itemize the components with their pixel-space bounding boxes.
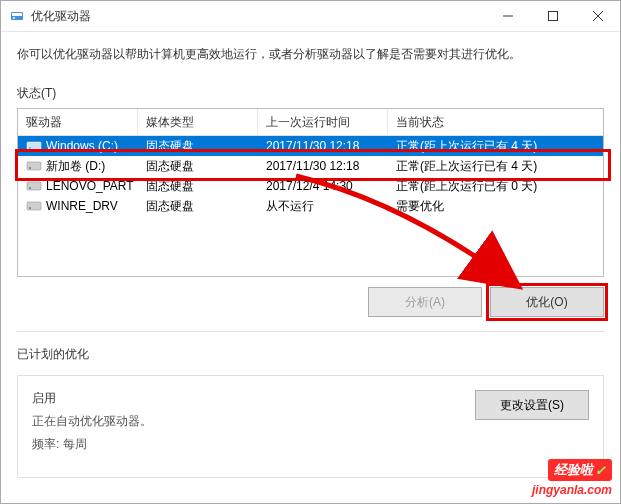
drive-last: 2017/12/4 14:30 [258,179,388,193]
col-drive[interactable]: 驱动器 [18,109,138,135]
titlebar: 优化驱动器 [1,1,620,32]
drives-table-body: Windows (C:) 固态硬盘 2017/11/30 12:18 正常(距上… [17,136,604,277]
svg-rect-13 [27,202,41,210]
watermark: 经验啦 ✓ jingyanla.com [532,459,612,497]
svg-point-2 [13,17,15,19]
drive-name: LENOVO_PART [46,179,134,193]
check-icon: ✓ [595,463,606,478]
col-media[interactable]: 媒体类型 [138,109,258,135]
drive-media: 固态硬盘 [138,158,258,175]
scheduled-label: 已计划的优化 [17,346,604,363]
table-row[interactable]: 新加卷 (D:) 固态硬盘 2017/11/30 12:18 正常(距上次运行已… [18,156,603,176]
optimize-drives-window: 优化驱动器 你可以优化驱动器以帮助计算机更高效地运行，或者分析驱动器以了解是否需… [0,0,621,504]
action-buttons: 分析(A) 优化(O) [17,277,604,332]
maximize-button[interactable] [530,1,575,31]
drive-last: 2017/11/30 12:18 [258,139,388,153]
drive-name: Windows (C:) [46,139,118,153]
col-current[interactable]: 当前状态 [388,109,603,135]
close-button[interactable] [575,1,620,31]
svg-rect-11 [27,182,41,190]
drive-last: 从不运行 [258,198,388,215]
status-label: 状态(T) [17,85,604,102]
drive-icon [26,140,42,152]
content-area: 你可以优化驱动器以帮助计算机更高效地运行，或者分析驱动器以了解是否需要对其进行优… [1,32,620,503]
svg-rect-9 [27,162,41,170]
description-text: 你可以优化驱动器以帮助计算机更高效地运行，或者分析驱动器以了解是否需要对其进行优… [17,46,604,63]
svg-point-10 [29,167,31,169]
drive-name: WINRE_DRV [46,199,118,213]
scheduled-freq: 频率: 每周 [32,436,589,453]
watermark-brand: 经验啦 ✓ [548,459,612,481]
drive-media: 固态硬盘 [138,138,258,155]
svg-rect-1 [12,13,22,16]
svg-rect-7 [27,142,41,150]
svg-point-14 [29,207,31,209]
minimize-button[interactable] [485,1,530,31]
drive-last: 2017/11/30 12:18 [258,159,388,173]
optimize-button[interactable]: 优化(O) [490,287,604,317]
svg-point-12 [29,187,31,189]
svg-point-8 [29,147,31,149]
drive-status: 正常(距上次运行已有 4 天) [388,158,603,175]
analyze-button: 分析(A) [368,287,482,317]
scheduled-box: 启用 正在自动优化驱动器。 频率: 每周 更改设置(S) [17,375,604,478]
col-last-run[interactable]: 上一次运行时间 [258,109,388,135]
svg-rect-4 [548,12,557,21]
drive-icon [26,180,42,192]
drive-icon [26,200,42,212]
drive-icon [26,160,42,172]
drive-status: 正常(距上次运行已有 4 天) [388,138,603,155]
table-row[interactable]: WINRE_DRV 固态硬盘 从不运行 需要优化 [18,196,603,216]
drive-media: 固态硬盘 [138,198,258,215]
drives-table-header: 驱动器 媒体类型 上一次运行时间 当前状态 [17,108,604,136]
drive-name: 新加卷 (D:) [46,158,105,175]
watermark-url: jingyanla.com [532,483,612,497]
table-row[interactable]: Windows (C:) 固态硬盘 2017/11/30 12:18 正常(距上… [18,136,603,156]
change-settings-button[interactable]: 更改设置(S) [475,390,589,420]
window-title: 优化驱动器 [31,8,485,25]
drive-status: 需要优化 [388,198,603,215]
drive-status: 正常(距上次运行已有 0 天) [388,178,603,195]
table-row[interactable]: LENOVO_PART 固态硬盘 2017/12/4 14:30 正常(距上次运… [18,176,603,196]
app-icon [9,8,25,24]
drive-media: 固态硬盘 [138,178,258,195]
